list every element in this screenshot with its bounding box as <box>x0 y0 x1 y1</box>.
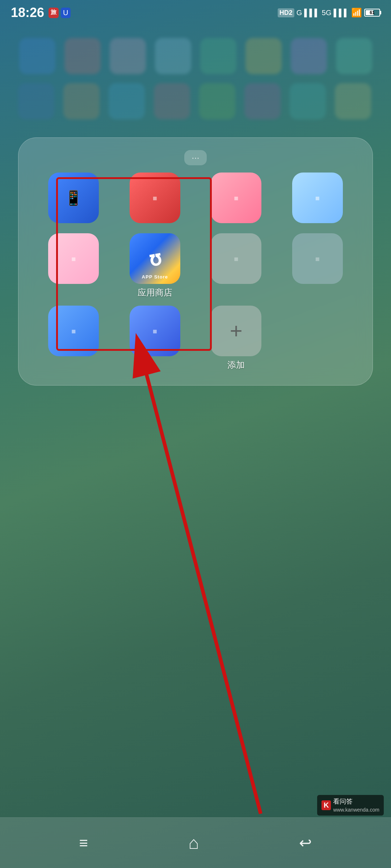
folder-apps-row3: ▪ ▪ + 添加 <box>37 306 354 371</box>
folder-apps-row2: ▪ ʊ APP Store 应用商店 ▪ ▪ <box>37 233 354 298</box>
folder-app-3[interactable]: ▪ <box>199 173 273 226</box>
add-button-icon[interactable]: + <box>211 306 261 356</box>
folder-app-10[interactable]: ▪ <box>118 306 192 371</box>
battery-percent: 61 <box>370 10 374 15</box>
5g-signal: 5G <box>322 9 332 17</box>
folder-app-2[interactable]: ▪ <box>118 173 192 226</box>
home-nav-icon[interactable]: ⌂ <box>188 833 199 853</box>
folder-app-1[interactable]: 📱 <box>37 173 111 226</box>
app-icon-lightblue[interactable]: ▪ <box>292 173 343 223</box>
bars-signal-2: ▌▌▌ <box>333 9 349 17</box>
watermark-logo: K <box>321 800 331 810</box>
folder-app-5[interactable]: ▪ <box>37 233 111 298</box>
status-time: 18:26 <box>11 5 44 20</box>
app-icon-blue3[interactable]: ▪ <box>130 306 180 356</box>
app-badge-2: U <box>61 8 70 18</box>
app-icon-lightpink[interactable]: ▪ <box>48 233 99 284</box>
folder-apps-row1: 📱 ▪ ▪ ▪ <box>37 173 354 226</box>
appstore-app[interactable]: ʊ APP Store 应用商店 <box>118 233 192 298</box>
app-icon-gray1[interactable]: ▪ <box>211 233 261 284</box>
add-button-container[interactable]: + 添加 <box>199 306 273 371</box>
watermark-text: 看问答 www.kanwenda.com <box>333 797 379 813</box>
folder-app-9[interactable]: ▪ <box>37 306 111 371</box>
appstore-label: 应用商店 <box>138 287 172 298</box>
app-icon-blue2[interactable]: ▪ <box>48 306 99 356</box>
watermark: K 看问答 www.kanwenda.com <box>317 795 384 816</box>
hd2-badge: HD2 <box>278 8 294 17</box>
app-icon-blue[interactable]: 📱 <box>48 173 99 223</box>
back-nav-icon[interactable]: ↩ <box>299 834 312 852</box>
folder-app-4[interactable]: ▪ <box>281 173 355 226</box>
folder-app-7[interactable]: ▪ <box>199 233 273 298</box>
status-bar: 18:26 旅 U HD2 G ▌▌▌ 5G ▌▌▌ 📶 61 <box>0 0 391 25</box>
bars-signal-1: ▌▌▌ <box>304 9 320 17</box>
bottom-nav: ≡ ⌂ ↩ <box>0 817 391 868</box>
folder-popup: ··· 📱 ▪ ▪ ▪ <box>18 137 373 386</box>
appstore-hook-symbol: ʊ <box>147 246 163 271</box>
signal-icons: HD2 G ▌▌▌ 5G ▌▌▌ 📶 61 <box>278 8 380 18</box>
appstore-icon[interactable]: ʊ APP Store <box>130 233 180 284</box>
background-content <box>0 0 391 868</box>
app-icon-pink[interactable]: ▪ <box>211 173 261 223</box>
folder-title-area: ··· <box>37 152 354 163</box>
battery-icon: 61 <box>364 9 380 17</box>
folder-app-8[interactable]: ▪ <box>281 233 355 298</box>
plus-symbol: + <box>230 320 243 342</box>
appstore-label-small: APP Store <box>142 274 168 280</box>
app-badge-1: 旅 <box>49 8 59 18</box>
app-icon-red[interactable]: ▪ <box>130 173 180 223</box>
menu-nav-icon[interactable]: ≡ <box>79 834 88 852</box>
wifi-icon: 📶 <box>351 8 362 18</box>
app-icon-gray2[interactable]: ▪ <box>292 233 343 284</box>
g-signal: G <box>297 9 302 17</box>
add-label: 添加 <box>227 359 245 371</box>
